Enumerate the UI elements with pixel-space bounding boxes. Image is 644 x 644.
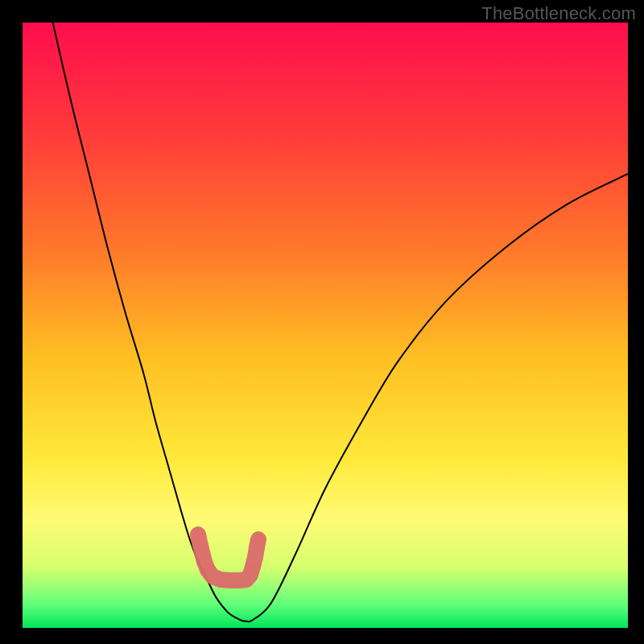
chart-svg (23, 23, 628, 628)
plot-area (23, 23, 628, 628)
marker-valley (198, 535, 258, 580)
chart-frame: TheBottleneck.com (0, 0, 644, 644)
curve-bottleneck-curve (53, 23, 628, 621)
watermark-text: TheBottleneck.com (481, 3, 636, 24)
